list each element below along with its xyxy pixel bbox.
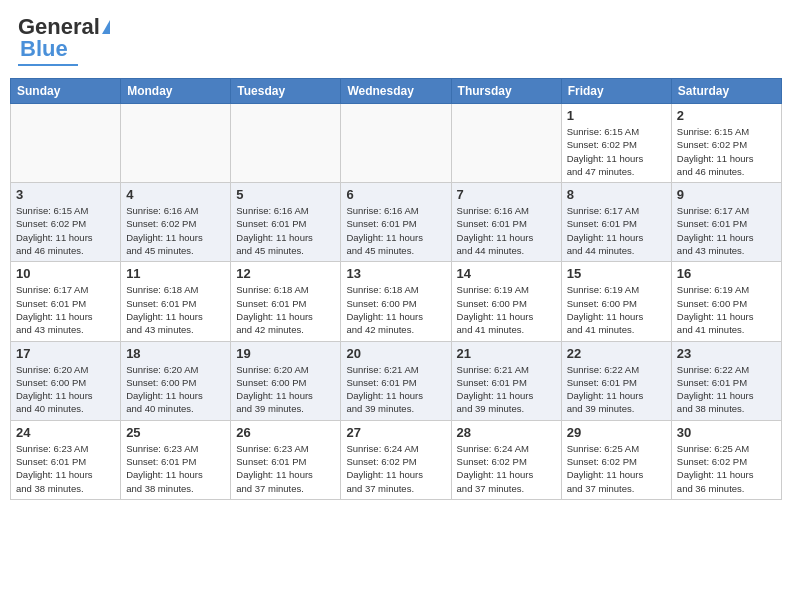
calendar-week-row: 1Sunrise: 6:15 AM Sunset: 6:02 PM Daylig… <box>11 104 782 183</box>
day-number: 16 <box>677 266 776 281</box>
day-number: 3 <box>16 187 115 202</box>
day-number: 30 <box>677 425 776 440</box>
calendar-cell: 20Sunrise: 6:21 AM Sunset: 6:01 PM Dayli… <box>341 341 451 420</box>
day-info: Sunrise: 6:20 AM Sunset: 6:00 PM Dayligh… <box>236 363 335 416</box>
calendar-cell: 4Sunrise: 6:16 AM Sunset: 6:02 PM Daylig… <box>121 183 231 262</box>
calendar-cell: 3Sunrise: 6:15 AM Sunset: 6:02 PM Daylig… <box>11 183 121 262</box>
logo-triangle-icon <box>102 20 110 34</box>
calendar-cell <box>121 104 231 183</box>
day-number: 24 <box>16 425 115 440</box>
day-number: 23 <box>677 346 776 361</box>
day-info: Sunrise: 6:25 AM Sunset: 6:02 PM Dayligh… <box>677 442 776 495</box>
day-number: 11 <box>126 266 225 281</box>
weekday-header-friday: Friday <box>561 79 671 104</box>
day-number: 10 <box>16 266 115 281</box>
day-info: Sunrise: 6:19 AM Sunset: 6:00 PM Dayligh… <box>567 283 666 336</box>
day-info: Sunrise: 6:22 AM Sunset: 6:01 PM Dayligh… <box>567 363 666 416</box>
calendar-cell: 23Sunrise: 6:22 AM Sunset: 6:01 PM Dayli… <box>671 341 781 420</box>
calendar-cell <box>341 104 451 183</box>
day-info: Sunrise: 6:21 AM Sunset: 6:01 PM Dayligh… <box>457 363 556 416</box>
day-number: 4 <box>126 187 225 202</box>
day-number: 18 <box>126 346 225 361</box>
day-info: Sunrise: 6:15 AM Sunset: 6:02 PM Dayligh… <box>677 125 776 178</box>
day-info: Sunrise: 6:18 AM Sunset: 6:00 PM Dayligh… <box>346 283 445 336</box>
calendar-cell: 2Sunrise: 6:15 AM Sunset: 6:02 PM Daylig… <box>671 104 781 183</box>
weekday-header-row: SundayMondayTuesdayWednesdayThursdayFrid… <box>11 79 782 104</box>
day-info: Sunrise: 6:19 AM Sunset: 6:00 PM Dayligh… <box>677 283 776 336</box>
calendar-cell: 8Sunrise: 6:17 AM Sunset: 6:01 PM Daylig… <box>561 183 671 262</box>
calendar-cell: 25Sunrise: 6:23 AM Sunset: 6:01 PM Dayli… <box>121 420 231 499</box>
weekday-header-thursday: Thursday <box>451 79 561 104</box>
day-info: Sunrise: 6:25 AM Sunset: 6:02 PM Dayligh… <box>567 442 666 495</box>
calendar-cell: 27Sunrise: 6:24 AM Sunset: 6:02 PM Dayli… <box>341 420 451 499</box>
day-info: Sunrise: 6:23 AM Sunset: 6:01 PM Dayligh… <box>16 442 115 495</box>
day-number: 8 <box>567 187 666 202</box>
day-number: 12 <box>236 266 335 281</box>
day-info: Sunrise: 6:16 AM Sunset: 6:01 PM Dayligh… <box>346 204 445 257</box>
day-number: 17 <box>16 346 115 361</box>
calendar-cell: 22Sunrise: 6:22 AM Sunset: 6:01 PM Dayli… <box>561 341 671 420</box>
day-number: 28 <box>457 425 556 440</box>
calendar-cell: 9Sunrise: 6:17 AM Sunset: 6:01 PM Daylig… <box>671 183 781 262</box>
calendar-week-row: 10Sunrise: 6:17 AM Sunset: 6:01 PM Dayli… <box>11 262 782 341</box>
day-number: 27 <box>346 425 445 440</box>
day-info: Sunrise: 6:17 AM Sunset: 6:01 PM Dayligh… <box>16 283 115 336</box>
day-info: Sunrise: 6:17 AM Sunset: 6:01 PM Dayligh… <box>567 204 666 257</box>
calendar-week-row: 3Sunrise: 6:15 AM Sunset: 6:02 PM Daylig… <box>11 183 782 262</box>
day-info: Sunrise: 6:22 AM Sunset: 6:01 PM Dayligh… <box>677 363 776 416</box>
day-info: Sunrise: 6:23 AM Sunset: 6:01 PM Dayligh… <box>126 442 225 495</box>
day-number: 19 <box>236 346 335 361</box>
logo-text-blue: Blue <box>20 36 68 62</box>
day-number: 5 <box>236 187 335 202</box>
day-number: 20 <box>346 346 445 361</box>
day-info: Sunrise: 6:20 AM Sunset: 6:00 PM Dayligh… <box>16 363 115 416</box>
calendar-cell <box>451 104 561 183</box>
weekday-header-tuesday: Tuesday <box>231 79 341 104</box>
calendar-week-row: 24Sunrise: 6:23 AM Sunset: 6:01 PM Dayli… <box>11 420 782 499</box>
day-info: Sunrise: 6:18 AM Sunset: 6:01 PM Dayligh… <box>126 283 225 336</box>
day-number: 21 <box>457 346 556 361</box>
day-number: 14 <box>457 266 556 281</box>
day-number: 22 <box>567 346 666 361</box>
calendar-cell: 1Sunrise: 6:15 AM Sunset: 6:02 PM Daylig… <box>561 104 671 183</box>
calendar-table: SundayMondayTuesdayWednesdayThursdayFrid… <box>10 78 782 500</box>
day-number: 26 <box>236 425 335 440</box>
day-number: 7 <box>457 187 556 202</box>
day-number: 2 <box>677 108 776 123</box>
calendar-cell: 26Sunrise: 6:23 AM Sunset: 6:01 PM Dayli… <box>231 420 341 499</box>
day-info: Sunrise: 6:16 AM Sunset: 6:01 PM Dayligh… <box>236 204 335 257</box>
calendar-cell <box>11 104 121 183</box>
day-info: Sunrise: 6:18 AM Sunset: 6:01 PM Dayligh… <box>236 283 335 336</box>
weekday-header-monday: Monday <box>121 79 231 104</box>
calendar-cell: 18Sunrise: 6:20 AM Sunset: 6:00 PM Dayli… <box>121 341 231 420</box>
day-info: Sunrise: 6:17 AM Sunset: 6:01 PM Dayligh… <box>677 204 776 257</box>
day-number: 29 <box>567 425 666 440</box>
day-info: Sunrise: 6:24 AM Sunset: 6:02 PM Dayligh… <box>346 442 445 495</box>
weekday-header-wednesday: Wednesday <box>341 79 451 104</box>
day-info: Sunrise: 6:16 AM Sunset: 6:01 PM Dayligh… <box>457 204 556 257</box>
calendar-cell: 29Sunrise: 6:25 AM Sunset: 6:02 PM Dayli… <box>561 420 671 499</box>
calendar-cell: 17Sunrise: 6:20 AM Sunset: 6:00 PM Dayli… <box>11 341 121 420</box>
calendar-cell: 13Sunrise: 6:18 AM Sunset: 6:00 PM Dayli… <box>341 262 451 341</box>
calendar-cell: 11Sunrise: 6:18 AM Sunset: 6:01 PM Dayli… <box>121 262 231 341</box>
weekday-header-sunday: Sunday <box>11 79 121 104</box>
day-info: Sunrise: 6:19 AM Sunset: 6:00 PM Dayligh… <box>457 283 556 336</box>
calendar-cell: 14Sunrise: 6:19 AM Sunset: 6:00 PM Dayli… <box>451 262 561 341</box>
weekday-header-saturday: Saturday <box>671 79 781 104</box>
calendar-week-row: 17Sunrise: 6:20 AM Sunset: 6:00 PM Dayli… <box>11 341 782 420</box>
day-number: 9 <box>677 187 776 202</box>
calendar-cell <box>231 104 341 183</box>
day-number: 6 <box>346 187 445 202</box>
day-info: Sunrise: 6:23 AM Sunset: 6:01 PM Dayligh… <box>236 442 335 495</box>
day-info: Sunrise: 6:16 AM Sunset: 6:02 PM Dayligh… <box>126 204 225 257</box>
calendar-cell: 28Sunrise: 6:24 AM Sunset: 6:02 PM Dayli… <box>451 420 561 499</box>
calendar-cell: 5Sunrise: 6:16 AM Sunset: 6:01 PM Daylig… <box>231 183 341 262</box>
calendar-cell: 24Sunrise: 6:23 AM Sunset: 6:01 PM Dayli… <box>11 420 121 499</box>
logo: General Blue <box>18 14 110 66</box>
calendar-cell: 15Sunrise: 6:19 AM Sunset: 6:00 PM Dayli… <box>561 262 671 341</box>
day-info: Sunrise: 6:24 AM Sunset: 6:02 PM Dayligh… <box>457 442 556 495</box>
calendar-cell: 6Sunrise: 6:16 AM Sunset: 6:01 PM Daylig… <box>341 183 451 262</box>
day-number: 1 <box>567 108 666 123</box>
day-number: 15 <box>567 266 666 281</box>
calendar-cell: 19Sunrise: 6:20 AM Sunset: 6:00 PM Dayli… <box>231 341 341 420</box>
